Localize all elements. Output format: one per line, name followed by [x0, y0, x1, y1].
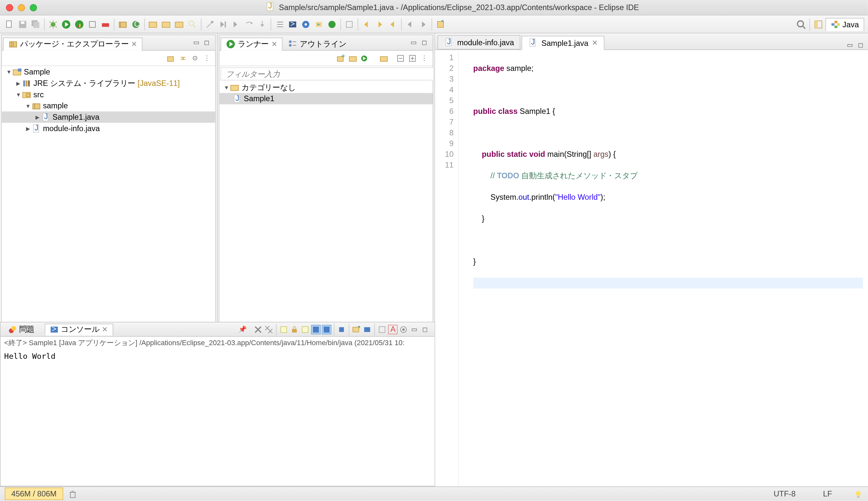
collapse-icon[interactable]: [396, 53, 405, 63]
run-last-icon[interactable]: [87, 18, 99, 30]
pin-editor-icon[interactable]: [435, 18, 447, 30]
console-settings-icon[interactable]: [399, 325, 408, 334]
toggle-activate-icon[interactable]: A: [388, 325, 398, 334]
tip-lightbulb-icon[interactable]: [853, 489, 863, 498]
linesep-status[interactable]: LF: [823, 489, 832, 498]
close-icon[interactable]: ✕: [102, 325, 108, 334]
export-icon[interactable]: [326, 18, 338, 30]
java-perspective-button[interactable]: Java: [825, 18, 864, 31]
view-menu-icon[interactable]: ⋮: [202, 53, 212, 63]
history-back-icon[interactable]: [404, 18, 416, 30]
gc-trash-icon[interactable]: [68, 489, 77, 498]
console-output[interactable]: Hello World: [1, 349, 435, 486]
tree-src[interactable]: ▼ src: [2, 89, 215, 100]
word-wrap-icon[interactable]: [300, 325, 310, 334]
expand-icon[interactable]: [408, 53, 417, 63]
display-selected-icon[interactable]: [362, 325, 372, 334]
maximize-editor-icon[interactable]: ◻: [856, 40, 865, 50]
minimize-console-icon[interactable]: ▭: [410, 325, 419, 334]
remove-all-icon[interactable]: [264, 325, 274, 334]
quick-access-icon[interactable]: [795, 18, 807, 30]
close-tab-icon[interactable]: ✕: [592, 39, 598, 47]
scroll-lock-icon[interactable]: [290, 325, 299, 334]
ext-tools-icon[interactable]: [99, 18, 111, 30]
tree-jre[interactable]: ▶ JRE システム・ライブラリー [JavaSE-11]: [2, 77, 215, 89]
run-icon[interactable]: [60, 18, 72, 30]
code-area[interactable]: package sample; public class Sample1 { p…: [469, 50, 868, 486]
show-console-on-stderr-icon[interactable]: [322, 325, 331, 334]
stepover-icon[interactable]: [243, 18, 255, 30]
tree-sample1[interactable]: ▶ J Sample1.java: [2, 111, 215, 123]
view-menu-icon[interactable]: ⋮: [420, 53, 429, 63]
open-type-icon[interactable]: [147, 18, 159, 30]
outline-tab[interactable]: アウトライン: [282, 38, 352, 51]
new-console-icon[interactable]: [377, 325, 387, 334]
debug-icon[interactable]: [47, 18, 59, 30]
save-all-icon[interactable]: [30, 18, 42, 30]
outdent-icon[interactable]: [274, 18, 286, 30]
gear-icon[interactable]: [300, 18, 312, 30]
save-icon[interactable]: [17, 18, 29, 30]
new-class-icon[interactable]: C: [130, 18, 142, 30]
remove-launch-icon[interactable]: [254, 325, 263, 334]
close-icon[interactable]: ✕: [271, 40, 277, 49]
maximize-console-icon[interactable]: ◻: [420, 325, 430, 334]
collapse-all-icon[interactable]: [166, 53, 176, 63]
close-window-button[interactable]: [6, 4, 13, 11]
task-icon[interactable]: [343, 18, 355, 30]
link-icon[interactable]: [379, 53, 388, 63]
nav-fwd-icon[interactable]: [374, 18, 386, 30]
category-label: カテゴリーなし: [242, 82, 296, 93]
package-explorer-tab[interactable]: パッケージ・エクスプローラー ✕: [3, 38, 142, 51]
runner-filter-input[interactable]: [221, 67, 434, 81]
link-editor-icon[interactable]: [178, 53, 188, 63]
folder3-icon[interactable]: [173, 18, 185, 30]
heap-status[interactable]: 456M / 806M: [5, 488, 63, 500]
maximize-view-icon[interactable]: ◻: [202, 38, 212, 47]
terminate-icon[interactable]: [337, 325, 346, 334]
editor-tab-moduleinfo[interactable]: J module-info.java: [438, 35, 521, 50]
nav-back2-icon[interactable]: [387, 18, 399, 30]
new-launch-icon[interactable]: +: [336, 53, 345, 63]
pin-console-icon[interactable]: 📌: [238, 325, 247, 334]
open-perspective-icon[interactable]: [812, 18, 824, 30]
run-dropdown-icon[interactable]: [360, 53, 369, 63]
maximize-view-icon[interactable]: ◻: [420, 38, 429, 47]
runner-item[interactable]: J Sample1: [219, 93, 433, 104]
encoding-status[interactable]: UTF-8: [774, 489, 795, 498]
tree-package[interactable]: ▼ sample: [2, 100, 215, 111]
minimize-view-icon[interactable]: ▭: [191, 38, 201, 47]
focus-icon[interactable]: ⊙: [190, 53, 200, 63]
runner-tab[interactable]: ランナー ✕: [221, 38, 283, 51]
folder2-icon[interactable]: [160, 18, 172, 30]
console-tab[interactable]: > コンソール ✕: [45, 323, 113, 335]
tree-moduleinfo[interactable]: ▶ J module-info.java: [2, 122, 215, 134]
coverage-icon[interactable]: [73, 18, 85, 30]
close-icon[interactable]: ✕: [131, 40, 137, 49]
new-package-icon[interactable]: [117, 18, 129, 30]
svg-rect-64: [23, 80, 25, 86]
skip2-icon[interactable]: [230, 18, 242, 30]
tree-project[interactable]: ▼ Sample: [2, 66, 215, 77]
minimize-window-button[interactable]: [18, 4, 25, 11]
open-folder-icon[interactable]: [348, 53, 357, 63]
runner-category[interactable]: ▼ カテゴリーなし: [219, 82, 433, 93]
minimize-editor-icon[interactable]: ▭: [845, 40, 855, 50]
fullscreen-window-button[interactable]: [30, 4, 37, 11]
search-icon[interactable]: [186, 18, 199, 30]
minimize-view-icon[interactable]: ▭: [409, 38, 418, 47]
terminal-icon[interactable]: >: [287, 18, 299, 30]
open-console-icon[interactable]: [352, 325, 361, 334]
nav-back-icon[interactable]: [361, 18, 373, 30]
new-icon[interactable]: [3, 18, 15, 30]
wand-icon[interactable]: [204, 18, 216, 30]
code-editor[interactable]: 1 2 3 4 5 6 7 8 9 10 11 package sample; …: [435, 50, 868, 486]
skip-icon[interactable]: [217, 18, 229, 30]
import-icon[interactable]: [313, 18, 325, 30]
problems-tab[interactable]: 問題: [3, 323, 40, 335]
history-fwd-icon[interactable]: [417, 18, 429, 30]
show-console-on-stdout-icon[interactable]: [311, 325, 320, 334]
editor-tab-sample1[interactable]: J Sample1.java ✕: [522, 36, 604, 50]
clear-console-icon[interactable]: [279, 325, 288, 334]
stepin-icon[interactable]: [256, 18, 268, 30]
